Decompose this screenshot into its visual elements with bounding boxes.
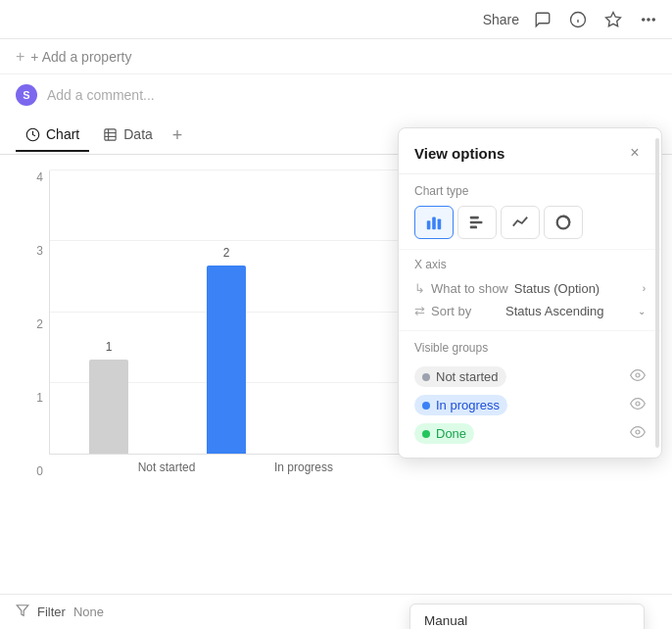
bar-vertical-icon	[425, 214, 443, 231]
eye-in-progress[interactable]	[630, 396, 646, 414]
chevron-right-icon: ›	[643, 283, 646, 294]
svg-point-5	[648, 18, 649, 20]
panel-header: View options ×	[399, 128, 661, 174]
dot-in-progress	[422, 402, 430, 410]
data-tab-icon	[103, 127, 118, 142]
sort-by-arrows-icon: ⇄	[414, 304, 425, 318]
y-label-2: 2	[36, 317, 43, 331]
chart-type-bar-vertical[interactable]	[414, 206, 454, 239]
add-property-row[interactable]: + + Add a property	[0, 39, 672, 74]
svg-point-19	[560, 219, 566, 225]
group-row-done: Done	[414, 419, 646, 448]
star-icon[interactable]	[601, 8, 625, 31]
dot-done	[422, 430, 430, 438]
close-button[interactable]: ×	[624, 142, 646, 164]
sort-dropdown: Manual Status Ascending ✓ Status Descend…	[409, 604, 645, 629]
add-property-label: + Add a property	[30, 49, 131, 65]
filter-icon	[16, 604, 29, 620]
share-label[interactable]: Share	[483, 12, 519, 27]
svg-rect-17	[470, 226, 477, 229]
bar-in-progress-rect	[207, 266, 246, 454]
donut-chart-icon	[554, 214, 572, 231]
tab-data-label: Data	[123, 126, 153, 142]
svg-point-20	[636, 373, 640, 377]
chart-type-row	[414, 206, 646, 239]
what-to-show-value: Status (Option)	[514, 281, 637, 296]
svg-point-21	[636, 402, 640, 406]
bar-horizontal-icon	[468, 214, 486, 231]
top-bar: Share	[0, 0, 672, 39]
tab-data[interactable]: Data	[93, 119, 163, 152]
bar-not-started: 1	[89, 340, 128, 454]
group-row-in-progress: In progress	[414, 391, 646, 419]
comment-icon[interactable]	[531, 8, 554, 31]
chart-tab-icon	[25, 127, 40, 142]
svg-rect-14	[438, 218, 442, 229]
group-label-in-progress: In progress	[436, 398, 500, 412]
sort-option-manual[interactable]: Manual	[410, 605, 644, 629]
x-axis-section: X axis ↳ What to show Status (Option) › …	[399, 249, 661, 330]
bar-in-progress-value: 2	[223, 246, 230, 260]
group-label-not-started: Not started	[436, 369, 499, 384]
chart-type-bar-horizontal[interactable]	[457, 206, 497, 239]
tab-chart-label: Chart	[46, 126, 79, 142]
eye-done[interactable]	[630, 424, 646, 443]
comment-placeholder[interactable]: Add a comment...	[47, 87, 155, 103]
tab-chart[interactable]: Chart	[16, 119, 89, 152]
what-to-show-row[interactable]: ↳ What to show Status (Option) ›	[414, 277, 646, 300]
filter-value: None	[73, 605, 104, 619]
line-chart-icon	[511, 214, 529, 231]
group-badge-done: Done	[414, 423, 474, 444]
y-label-3: 3	[36, 244, 43, 258]
sort-by-label: Sort by	[431, 304, 500, 318]
panel-title: View options	[414, 145, 504, 162]
chart-type-donut[interactable]	[544, 206, 583, 239]
chart-type-label: Chart type	[414, 184, 646, 198]
eye-not-started[interactable]	[630, 367, 646, 386]
what-to-show-label: What to show	[431, 281, 508, 296]
filter-label[interactable]: Filter	[37, 605, 66, 619]
svg-marker-23	[17, 605, 28, 616]
group-badge-in-progress: In progress	[414, 395, 507, 415]
sort-manual-label: Manual	[424, 613, 467, 628]
x-axis-label: X axis	[414, 258, 646, 271]
visible-groups-label: Visible groups	[414, 341, 646, 355]
y-label-4: 4	[36, 170, 43, 184]
x-label-in-progress: In progress	[274, 460, 333, 474]
avatar: S	[16, 84, 37, 106]
svg-rect-15	[470, 217, 479, 219]
sort-by-row[interactable]: ⇄ Sort by Status Ascending ⌄ Manual Stat…	[414, 300, 646, 322]
group-badge-not-started: Not started	[414, 366, 506, 387]
svg-point-22	[636, 430, 640, 434]
y-label-1: 1	[36, 391, 43, 405]
svg-rect-13	[432, 218, 436, 230]
bar-not-started-value: 1	[106, 340, 113, 354]
svg-point-4	[643, 18, 645, 20]
bar-not-started-rect	[89, 360, 128, 454]
svg-rect-16	[470, 221, 483, 224]
x-label-not-started: Not started	[137, 460, 196, 474]
panel-scrollbar	[655, 138, 659, 448]
group-label-done: Done	[436, 426, 466, 441]
svg-marker-3	[606, 12, 621, 25]
chevron-down-icon: ⌄	[638, 306, 646, 316]
sort-by-value: Status Ascending	[505, 304, 632, 318]
tab-add-button[interactable]: +	[167, 126, 189, 144]
chart-type-line[interactable]	[501, 206, 540, 239]
svg-rect-12	[427, 220, 431, 229]
svg-rect-8	[105, 128, 116, 139]
y-label-0: 0	[36, 464, 43, 478]
top-bar-icons: Share	[483, 8, 660, 31]
group-row-not-started: Not started	[414, 363, 646, 391]
y-axis: 0 1 2 3 4	[8, 170, 43, 478]
chart-type-section: Chart type	[399, 174, 661, 249]
bar-in-progress: 2	[207, 246, 246, 454]
comment-row: S Add a comment...	[0, 74, 672, 116]
visible-groups-section: Visible groups Not started In progress D…	[399, 330, 661, 458]
view-options-panel: View options × Chart type	[398, 127, 662, 459]
dot-not-started	[422, 373, 430, 381]
plus-icon: +	[16, 48, 24, 66]
info-icon[interactable]	[566, 8, 590, 31]
more-icon[interactable]	[637, 8, 660, 31]
what-to-show-icon: ↳	[414, 281, 425, 296]
